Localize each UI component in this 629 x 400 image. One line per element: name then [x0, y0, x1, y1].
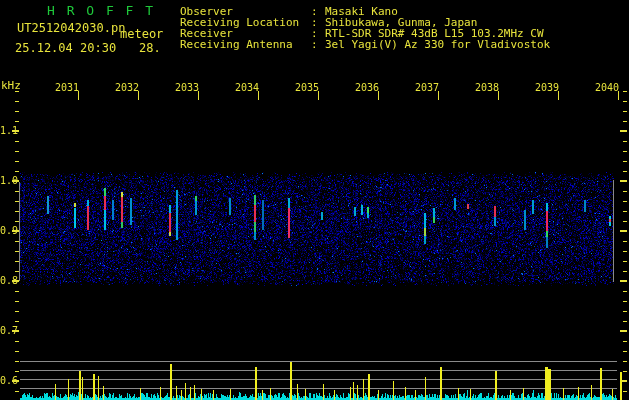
amplitude-spike	[393, 381, 394, 400]
echo-streak	[424, 213, 426, 228]
echo-streak	[354, 207, 356, 216]
freq-major-tick	[620, 180, 627, 182]
amplitude-spike	[458, 388, 459, 400]
amplitude-spike	[600, 368, 602, 400]
spectrogram-noise-canvas	[0, 0, 629, 400]
amplitude-spike	[323, 384, 324, 400]
freq-minor-tick	[623, 121, 627, 122]
amplitude-spike	[378, 390, 379, 400]
freq-major-tick	[12, 280, 19, 282]
amplitude-spike	[290, 362, 292, 400]
echo-streak	[546, 237, 548, 248]
amplitude-spike	[262, 390, 263, 400]
freq-minor-tick	[623, 271, 627, 272]
freq-minor-tick	[623, 251, 627, 252]
echo-streak	[121, 197, 123, 222]
freq-minor-tick	[15, 111, 19, 112]
app-title: H R O F F T	[47, 3, 155, 18]
freq-major-tick	[620, 280, 627, 282]
amplitude-spike	[350, 387, 351, 400]
amplitude-spike	[194, 385, 195, 400]
amplitude-spike	[55, 384, 56, 400]
echo-streak	[169, 205, 171, 213]
freq-minor-tick	[15, 301, 19, 302]
amplitude-spike	[368, 374, 370, 400]
amplitude-spike	[140, 388, 141, 400]
freq-minor-tick	[623, 101, 627, 102]
time-tick-label: 2034	[235, 82, 259, 93]
amplitude-spike	[591, 385, 592, 400]
echo-streak	[169, 232, 171, 236]
amplitude-spike	[181, 390, 182, 400]
freq-minor-tick	[623, 151, 627, 152]
amplitude-spike	[578, 387, 579, 400]
amplitude-spike	[495, 371, 497, 400]
echo-streak	[262, 200, 264, 230]
amplitude-spike	[176, 386, 177, 400]
freq-minor-tick	[15, 371, 19, 372]
echo-count: 28.	[139, 41, 161, 55]
freq-minor-tick	[15, 291, 19, 292]
echo-streak	[254, 222, 256, 232]
freq-major-tick	[620, 130, 627, 132]
amplitude-spike	[334, 390, 335, 400]
echo-streak	[288, 198, 290, 208]
echo-streak	[104, 210, 106, 230]
echo-streak	[532, 200, 534, 214]
time-tick	[198, 91, 199, 100]
echo-streak	[584, 200, 586, 212]
time-tick-label: 2037	[415, 82, 439, 93]
amplitude-spike	[190, 387, 191, 400]
amplitude-spike	[353, 382, 354, 400]
amplitude-spike	[270, 388, 271, 400]
freq-minor-tick	[15, 321, 19, 322]
time-tick	[498, 91, 499, 100]
amplitude-spike	[79, 371, 81, 400]
amplitude-spike	[201, 389, 202, 400]
amplitude-spike	[98, 376, 99, 400]
freq-major-tick	[620, 230, 627, 232]
time-tick-label: 2032	[115, 82, 139, 93]
time-tick-label: 2036	[355, 82, 379, 93]
freq-minor-tick	[623, 191, 627, 192]
amplitude-spike	[93, 374, 95, 400]
time-tick	[378, 91, 379, 100]
freq-major-tick	[12, 330, 19, 332]
echo-streak	[424, 236, 426, 244]
amplitude-grid-line	[20, 388, 617, 389]
freq-minor-tick	[623, 301, 627, 302]
freq-minor-tick	[15, 141, 19, 142]
freq-major-tick	[12, 380, 19, 382]
time-tick	[618, 91, 619, 100]
amplitude-spike	[548, 369, 551, 400]
freq-major-tick	[12, 180, 19, 182]
amplitude-spike	[160, 387, 161, 400]
echo-streak	[87, 206, 89, 230]
echo-streak	[494, 206, 496, 217]
amplitude-spike	[82, 377, 83, 400]
freq-minor-tick	[623, 351, 627, 352]
echo-streak	[546, 203, 548, 211]
freq-minor-tick	[623, 361, 627, 362]
freq-minor-tick	[623, 291, 627, 292]
echo-streak	[74, 208, 76, 228]
time-tick-label: 2039	[535, 82, 559, 93]
amplitude-spike	[425, 377, 426, 400]
echo-streak	[454, 198, 456, 210]
echo-streak	[74, 203, 76, 207]
freq-minor-tick	[623, 321, 627, 322]
amplitude-spike	[612, 389, 613, 400]
freq-minor-tick	[623, 371, 627, 372]
spectrogram-border-line	[613, 180, 614, 282]
amplitude-spike	[68, 379, 69, 400]
echo-streak	[424, 228, 426, 236]
info-colon-icon: :	[311, 38, 318, 51]
echo-streak	[254, 205, 256, 222]
freq-minor-tick	[15, 91, 19, 92]
amplitude-spike	[523, 388, 524, 400]
echo-streak	[609, 222, 611, 226]
freq-minor-tick	[623, 341, 627, 342]
echo-streak	[524, 210, 526, 230]
freq-minor-tick	[623, 391, 627, 392]
echo-streak	[121, 222, 123, 228]
